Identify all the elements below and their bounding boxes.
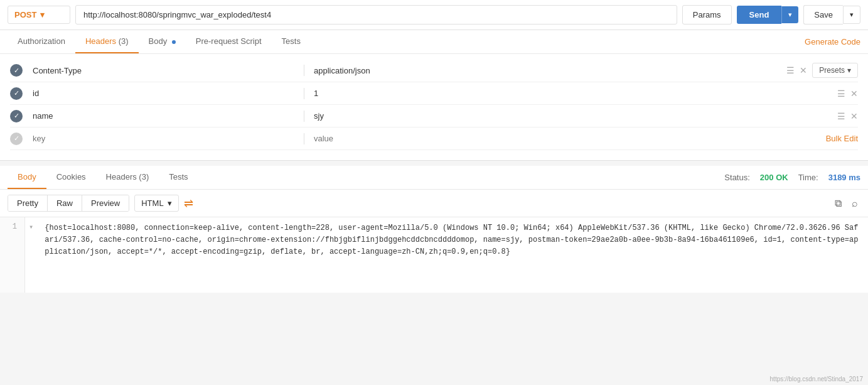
status-label: Status: [724,173,749,182]
row-2-actions: ☰ ✕ [837,89,858,99]
row-3-key-input[interactable] [28,109,304,123]
response-meta: Status: 200 OK Time: 3189 ms [724,173,860,182]
view-preview-button[interactable]: Preview [82,195,129,211]
row-2-key-input[interactable] [28,86,304,100]
presets-label: Presets [819,66,845,75]
response-tab-headers[interactable]: Headers (3) [96,166,159,189]
method-chevron-icon: ▾ [40,10,45,19]
response-toolbar: Pretty Raw Preview HTML ▾ ⇌ ⧉ ⌕ [0,190,868,217]
search-button[interactable]: ⌕ [849,195,860,212]
row-4-value-input[interactable] [309,131,821,146]
tab-authorization[interactable]: Authorization [8,30,75,53]
row-2-menu-icon[interactable]: ☰ [837,89,845,99]
table-row: ✓ ☰ ✕ Presets ▾ [10,59,858,82]
line-number-1: 1 [8,222,17,231]
response-tab-body[interactable]: Body [8,166,46,189]
view-group: Pretty Raw Preview [8,195,129,212]
response-tab-cookies[interactable]: Cookies [46,166,96,189]
row-1-delete-icon[interactable]: ✕ [800,65,807,75]
wrap-icon[interactable]: ⇌ [184,197,193,210]
row-1-key-input[interactable] [28,63,304,78]
code-content: {host=localhost:8080, connection=keep-al… [37,217,868,293]
save-dropdown-button[interactable]: ▾ [843,6,860,24]
time-value: 3189 ms [828,173,860,182]
save-group: Save ▾ [803,5,860,24]
presets-button[interactable]: Presets ▾ [812,63,858,78]
tab-body[interactable]: Body [139,30,186,53]
bulk-edit-link[interactable]: Bulk Edit [826,134,858,143]
tab-headers[interactable]: Headers (3) [75,30,139,53]
top-bar: POST ▾ Params Send ▾ Save ▾ [0,0,868,30]
request-section: Authorization Headers (3) Body Pre-reque… [0,30,868,161]
row-1-actions: ☰ ✕ Presets ▾ [786,63,858,78]
generate-code-link[interactable]: Generate Code [805,37,860,46]
url-input[interactable] [75,5,677,24]
view-raw-button[interactable]: Raw [48,195,82,211]
row-3-delete-icon[interactable]: ✕ [850,111,858,121]
presets-chevron: ▾ [847,66,851,75]
method-label: POST [14,10,36,19]
send-dropdown-button[interactable]: ▾ [781,6,798,23]
row-3-checkbox[interactable]: ✓ [10,110,23,122]
row-1-checkbox[interactable]: ✓ [10,64,23,77]
response-tab-bar: Body Cookies Headers (3) Tests Status: 2… [0,166,868,190]
tab-pre-request[interactable]: Pre-request Script [186,30,272,53]
response-body: 1 ▾ {host=localhost:8080, connection=kee… [0,217,868,293]
table-row: ✓ ☰ ✕ [10,82,858,105]
request-tab-bar: Authorization Headers (3) Body Pre-reque… [0,30,868,54]
method-dropdown[interactable]: POST ▾ [8,6,70,24]
format-label: HTML [141,198,163,208]
row-1-value-input[interactable] [309,63,781,78]
send-button[interactable]: Send [737,6,782,24]
row-1-menu-icon[interactable]: ☰ [786,65,795,75]
row-2-checkbox[interactable]: ✓ [10,87,23,100]
time-label: Time: [798,173,818,182]
row-3-menu-icon[interactable]: ☰ [837,111,845,121]
format-chevron-icon: ▾ [168,198,172,208]
row-4-actions: Bulk Edit [826,134,858,143]
row-4-key-input[interactable] [28,131,304,146]
row-3-actions: ☰ ✕ [837,111,858,121]
body-dot [172,40,176,44]
row-2-delete-icon[interactable]: ✕ [850,89,858,99]
tab-tests[interactable]: Tests [272,30,311,53]
response-tab-tests[interactable]: Tests [159,166,198,189]
save-button[interactable]: Save [803,5,843,24]
headers-table: ✓ ☰ ✕ Presets ▾ ✓ [0,54,868,160]
table-row: ✓ ☰ ✕ [10,105,858,127]
response-section: Body Cookies Headers (3) Tests Status: 2… [0,166,868,293]
response-actions: ⧉ ⌕ [832,195,860,212]
params-button[interactable]: Params [682,5,732,24]
view-pretty-button[interactable]: Pretty [8,195,48,211]
format-dropdown[interactable]: HTML ▾ [134,195,178,212]
send-group: Send ▾ [737,6,799,24]
status-value: 200 OK [760,173,788,182]
line-arrow[interactable]: ▾ [25,217,37,293]
row-2-value-input[interactable] [309,86,832,100]
copy-button[interactable]: ⧉ [832,195,844,212]
row-3-value-input[interactable] [309,109,832,123]
table-row: ✓ Bulk Edit [10,127,858,150]
row-4-checkbox[interactable]: ✓ [10,133,23,145]
line-numbers: 1 [0,217,25,293]
